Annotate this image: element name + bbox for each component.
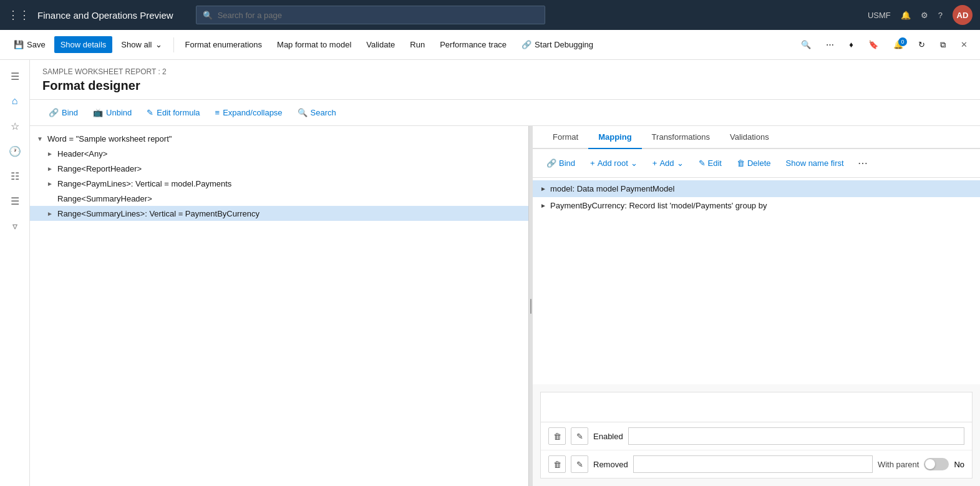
bind-icon: 🔗 <box>49 108 59 117</box>
search-bar[interactable]: 🔍 <box>196 6 545 24</box>
edit-formula-button[interactable]: ✎ Edit formula <box>140 105 206 120</box>
map-format-to-model-button[interactable]: Map format to model <box>271 36 357 53</box>
unbind-icon: 📺 <box>93 108 103 117</box>
tree-item[interactable]: ► Header<Any> <box>30 146 528 161</box>
mapping-bind-button[interactable]: 🔗 Bind <box>540 155 581 171</box>
mapping-bind-icon: 🔗 <box>546 158 556 168</box>
expand-icon: ► <box>540 202 550 209</box>
more-mapping-options-button[interactable]: ⋯ <box>853 154 873 172</box>
app-title: Finance and Operations Preview <box>37 10 173 21</box>
side-filter-icon[interactable]: ▿ <box>4 215 26 237</box>
mapping-item-model[interactable]: ► model: Data model PaymentModel <box>533 180 980 197</box>
search-cmd-button[interactable]: 🔍 <box>796 36 816 53</box>
content-area: SAMPLE WORKSHEET REPORT : 2 Format desig… <box>30 60 980 486</box>
side-recent-icon[interactable]: 🕐 <box>4 140 26 162</box>
enabled-input[interactable] <box>628 427 964 445</box>
format-enumerations-button[interactable]: Format enumerations <box>179 36 269 53</box>
notifications-button[interactable]: 🔔 0 <box>888 36 908 53</box>
performance-trace-button[interactable]: Performance trace <box>434 36 513 53</box>
org-code: USMF <box>868 11 891 20</box>
mapping-toolbar: 🔗 Bind + Add root ⌄ + Add ⌄ ✎ <box>533 149 980 178</box>
mapping-item-payment[interactable]: ► PaymentByCurrency: Record list 'model/… <box>533 197 980 214</box>
delete-button[interactable]: 🗑 Delete <box>730 155 777 171</box>
notification-icon[interactable]: 🔔 <box>901 11 911 20</box>
validate-button[interactable]: Validate <box>360 36 401 53</box>
search-format-button[interactable]: 🔍 Search <box>291 105 342 120</box>
breadcrumb: SAMPLE WORKSHEET REPORT : 2 <box>42 67 968 76</box>
enabled-row: 🗑 ✎ Enabled <box>541 422 972 450</box>
tab-mapping[interactable]: Mapping <box>588 126 641 149</box>
close-button[interactable]: ✕ <box>956 36 973 53</box>
refresh-button[interactable]: ↻ <box>913 36 930 53</box>
tree-item[interactable]: ► Range<PaymLines>: Vertical = model.Pay… <box>30 176 528 191</box>
tree-item[interactable]: ▼ Word = "Sample worksheet report" <box>30 131 528 146</box>
tree-item-selected[interactable]: ► Range<SummaryLines>: Vertical = Paymen… <box>30 206 528 221</box>
run-button[interactable]: Run <box>404 36 431 53</box>
tab-transformations[interactable]: Transformations <box>642 126 720 149</box>
expand-icon: ► <box>45 163 55 173</box>
mapping-pane: Format Mapping Transformations Validatio… <box>533 126 980 486</box>
bookmark-button[interactable]: 🔖 <box>863 36 883 53</box>
enabled-delete-button[interactable]: 🗑 <box>548 427 566 445</box>
expand-collapse-button[interactable]: ≡ Expand/collapse <box>209 105 289 120</box>
side-modules-icon[interactable]: ☰ <box>4 190 26 212</box>
bind-button[interactable]: 🔗 Bind <box>42 105 84 120</box>
unbind-button[interactable]: 📺 Unbind <box>87 105 138 120</box>
enabled-edit-button[interactable]: ✎ <box>571 427 588 445</box>
removed-input[interactable] <box>633 455 873 473</box>
main-layout: ☰ ⌂ ☆ 🕐 ☷ ☰ ▿ SAMPLE WORKSHEET REPORT : … <box>0 60 980 486</box>
edit-button[interactable]: ✎ Edit <box>692 155 728 171</box>
settings-icon[interactable]: ⚙ <box>921 11 928 20</box>
new-window-button[interactable]: ⧉ <box>935 36 951 54</box>
help-icon[interactable]: ? <box>938 11 943 20</box>
tab-validations[interactable]: Validations <box>720 126 779 149</box>
more-options-button[interactable]: ⋯ <box>821 36 839 53</box>
tree-item[interactable]: Range<SummaryHeader> <box>30 191 528 206</box>
side-navigation: ☰ ⌂ ☆ 🕐 ☷ ☰ ▿ <box>0 60 30 486</box>
format-tree-pane: ▼ Word = "Sample worksheet report" ► Hea… <box>30 126 529 486</box>
app-grid-icon[interactable]: ⋮⋮ <box>7 8 30 22</box>
expand-icon: ► <box>45 148 55 158</box>
side-home-icon[interactable]: ⌂ <box>4 90 26 112</box>
side-favorites-icon[interactable]: ☆ <box>4 115 26 137</box>
removed-delete-button[interactable]: 🗑 <box>548 455 566 473</box>
debug-icon: 🔗 <box>522 40 531 49</box>
show-details-button[interactable]: Show details <box>54 36 113 53</box>
mapping-tabs: Format Mapping Transformations Validatio… <box>533 126 980 149</box>
search-input[interactable] <box>218 11 538 20</box>
save-button[interactable]: 💾 Save <box>7 36 52 53</box>
save-icon: 💾 <box>14 40 24 49</box>
removed-row: 🗑 ✎ Removed With parent No <box>541 450 972 478</box>
edit-icon: ✎ <box>699 158 706 168</box>
toggle-knob <box>925 459 935 469</box>
favorites-button[interactable]: ♦ <box>844 36 858 53</box>
removed-edit-button[interactable]: ✎ <box>571 455 588 473</box>
with-parent-container: With parent No <box>878 458 964 470</box>
mapping-tree: ► model: Data model PaymentModel ► Payme… <box>533 178 980 384</box>
split-pane: ▼ Word = "Sample worksheet report" ► Hea… <box>30 126 980 486</box>
splitter-handle <box>530 299 531 314</box>
formula-input[interactable] <box>546 397 967 407</box>
show-all-button[interactable]: Show all ⌄ <box>115 36 168 53</box>
add-root-button[interactable]: + Add root ⌄ <box>584 155 644 171</box>
tree-item[interactable]: ► Range<ReportHeader> <box>30 161 528 176</box>
add-button[interactable]: + Add ⌄ <box>646 155 690 171</box>
command-bar: 💾 Save Show details Show all ⌄ Format en… <box>0 30 980 60</box>
edit-formula-icon: ✎ <box>147 108 153 117</box>
side-workspaces-icon[interactable]: ☷ <box>4 165 26 187</box>
formula-input-area[interactable] <box>541 392 972 422</box>
expand-icon: ► <box>45 208 55 218</box>
show-name-first-button[interactable]: Show name first <box>780 155 850 171</box>
expand-icon <box>45 193 55 203</box>
side-menu-icon[interactable]: ☰ <box>4 65 26 87</box>
bottom-section: 🗑 ✎ Enabled 🗑 ✎ Removed With parent <box>540 392 973 479</box>
tab-format[interactable]: Format <box>543 126 588 149</box>
user-avatar[interactable]: AD <box>953 5 973 25</box>
search-icon: 🔍 <box>203 11 213 20</box>
search-format-icon: 🔍 <box>298 108 308 117</box>
expand-icon: ▼ <box>35 134 45 143</box>
with-parent-toggle[interactable] <box>924 458 949 470</box>
top-navigation: ⋮⋮ Finance and Operations Preview 🔍 USMF… <box>0 0 980 30</box>
start-debugging-button[interactable]: 🔗 Start Debugging <box>515 36 599 53</box>
format-toolbar: 🔗 Bind 📺 Unbind ✎ Edit formula ≡ Expand/… <box>30 100 980 126</box>
